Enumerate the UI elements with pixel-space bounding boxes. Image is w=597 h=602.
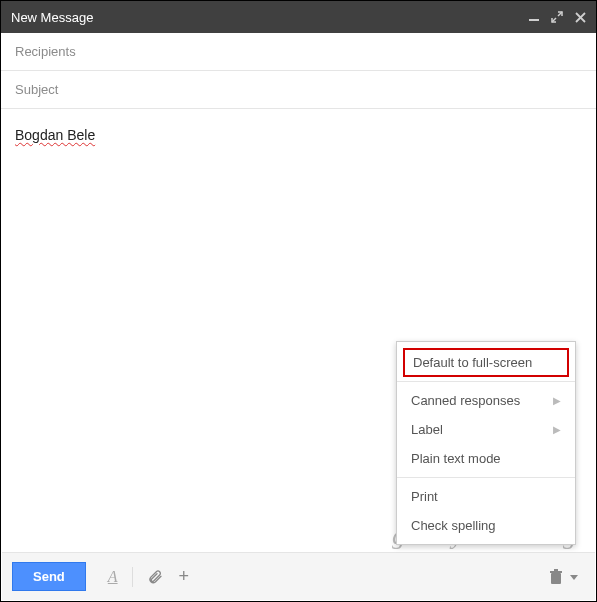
svg-rect-5	[551, 573, 561, 584]
close-icon[interactable]	[575, 12, 586, 23]
compose-toolbar: Send A +	[2, 552, 595, 600]
send-button[interactable]: Send	[12, 562, 86, 591]
menu-check-spelling-label: Check spelling	[411, 518, 496, 533]
more-options-menu: Default to full-screen Canned responses …	[396, 341, 576, 545]
subject-field[interactable]: Subject	[1, 71, 596, 109]
menu-print-label: Print	[411, 489, 438, 504]
chevron-right-icon: ▶	[553, 395, 561, 406]
more-options-button[interactable]	[567, 570, 585, 584]
formatting-icon-label: A	[108, 568, 118, 586]
insert-more-icon[interactable]: +	[171, 566, 198, 587]
recipients-placeholder: Recipients	[15, 44, 76, 59]
svg-marker-8	[570, 575, 578, 580]
menu-separator	[397, 381, 575, 382]
menu-separator	[397, 477, 575, 478]
attach-icon[interactable]	[139, 569, 171, 585]
menu-print[interactable]: Print	[397, 482, 575, 511]
menu-check-spelling[interactable]: Check spelling	[397, 511, 575, 540]
menu-canned-responses[interactable]: Canned responses ▶	[397, 386, 575, 415]
minimize-icon[interactable]	[529, 12, 539, 22]
window-title: New Message	[11, 10, 93, 25]
menu-label-label: Label	[411, 422, 443, 437]
toolbar-divider	[132, 567, 133, 587]
formatting-icon[interactable]: A	[100, 568, 126, 586]
subject-placeholder: Subject	[15, 82, 58, 97]
recipients-field[interactable]: Recipients	[1, 33, 596, 71]
menu-plain-text[interactable]: Plain text mode	[397, 444, 575, 473]
svg-rect-6	[550, 571, 562, 573]
insert-more-label: +	[179, 566, 190, 587]
menu-default-fullscreen[interactable]: Default to full-screen	[403, 348, 569, 377]
window-controls	[529, 11, 586, 23]
menu-label[interactable]: Label ▶	[397, 415, 575, 444]
menu-plain-text-label: Plain text mode	[411, 451, 501, 466]
svg-rect-7	[554, 569, 558, 571]
expand-icon[interactable]	[551, 11, 563, 23]
chevron-right-icon: ▶	[553, 424, 561, 435]
compose-titlebar: New Message	[1, 1, 596, 33]
menu-canned-responses-label: Canned responses	[411, 393, 520, 408]
discard-draft-icon[interactable]	[549, 569, 563, 585]
menu-default-fullscreen-label: Default to full-screen	[413, 355, 532, 370]
signature-text: Bogdan Bele	[15, 127, 95, 143]
